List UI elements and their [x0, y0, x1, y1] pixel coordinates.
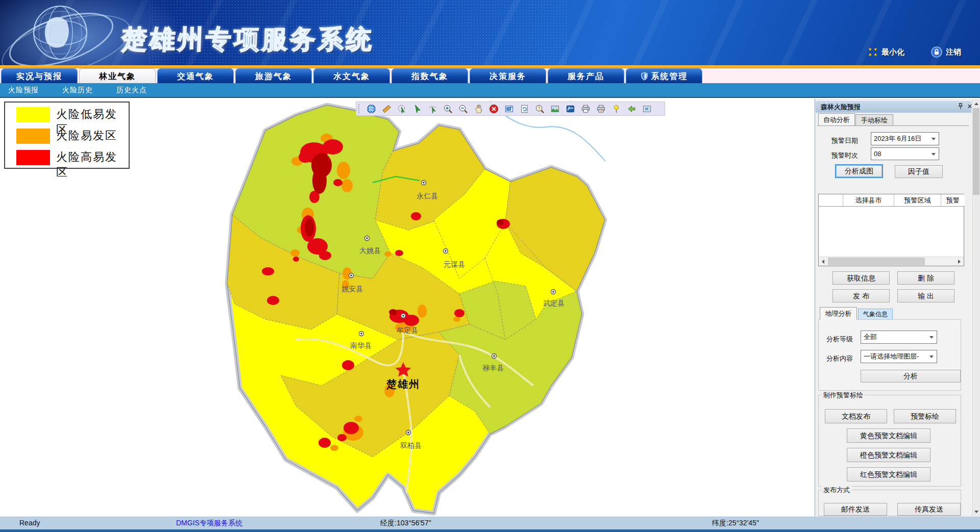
warn-date-select[interactable]: 2023年 6月16日: [871, 132, 939, 145]
mail-send-button[interactable]: 邮件发送: [824, 503, 887, 516]
fire-risk-map: 永仁县 元谋县 大姚县 姚安县 武定县 牟定县 南华县 禄丰县 双柏县 楚雄州: [219, 100, 612, 516]
scroll-up-icon[interactable]: [972, 99, 980, 108]
county-label: 姚安县: [341, 285, 363, 293]
scroll-left-icon[interactable]: [819, 257, 827, 266]
overview-map-icon[interactable]: [639, 103, 654, 115]
warn-time-value: 08: [874, 150, 881, 158]
extent-icon[interactable]: [501, 103, 517, 115]
application-window: 楚雄州专项服务系统 最小化 注销 实况与预报 林业气象 交通气象 旅游气象 水: [0, 0, 980, 532]
legend-label-high: 火险高易发区: [56, 149, 129, 180]
factor-value-button[interactable]: 因子值: [895, 165, 943, 178]
zoom-in-icon[interactable]: [440, 103, 455, 115]
list-column-region[interactable]: 预警区域: [894, 194, 941, 207]
tab-weather-info[interactable]: 气象信息: [858, 309, 893, 320]
get-info-button[interactable]: 获取信息: [832, 271, 890, 285]
tab-geo-analysis[interactable]: 地理分析: [820, 307, 857, 320]
warn-plot-button[interactable]: 预警标绘: [894, 409, 956, 423]
delete-button[interactable]: 删 除: [897, 271, 954, 285]
chevron-down-icon: [932, 138, 936, 140]
county-label: 禄丰县: [482, 364, 504, 372]
zoom-out-icon[interactable]: [455, 103, 471, 115]
chevron-down-icon: [929, 356, 934, 358]
tab-hydro-weather[interactable]: 水文气象: [313, 68, 390, 83]
select-polygon-icon[interactable]: [394, 103, 409, 115]
scroll-thumb[interactable]: [973, 108, 979, 195]
analysis-level-select[interactable]: 全部: [861, 331, 937, 344]
lock-icon: [931, 46, 942, 58]
print-preview-icon[interactable]: [593, 103, 608, 115]
list-column-level[interactable]: 预警: [941, 194, 965, 207]
status-latitude: 纬度:25°32'45": [712, 519, 759, 528]
tab-traffic-weather[interactable]: 交通气象: [157, 68, 234, 83]
subtab-fire-history[interactable]: 火险历史: [62, 83, 93, 97]
analyze-map-button[interactable]: 分析成图: [835, 164, 883, 178]
main-nav-bar: 实况与预报 林业气象 交通气象 旅游气象 水文气象 指数气象 决策服务 服务产品…: [0, 68, 980, 83]
window-bottom-edge: [0, 529, 980, 532]
county-label: 双柏县: [400, 441, 422, 449]
warn-time-label: 预警时次: [831, 151, 858, 160]
globe-icon[interactable]: [363, 103, 379, 115]
print-icon[interactable]: [578, 103, 593, 115]
back-icon[interactable]: [624, 103, 639, 115]
forest-fire-panel: 森林火险预报 ✕ 自动分析 手动标绘 预警日期 2023年 6月16日 预警时次…: [815, 99, 971, 516]
export-image-icon[interactable]: [562, 103, 578, 115]
pan-icon[interactable]: [471, 103, 486, 115]
select-arrow-icon[interactable]: [409, 103, 425, 115]
analysis-content-select[interactable]: 一请选择地理图层-: [861, 350, 937, 363]
stop-icon[interactable]: [486, 103, 501, 115]
tab-index-weather[interactable]: 指数气象: [391, 68, 468, 83]
yellow-warning-edit-button[interactable]: 黄色预警文档编辑: [847, 428, 930, 443]
list-horizontal-scrollbar[interactable]: [819, 257, 964, 266]
tab-tourism-weather[interactable]: 旅游气象: [235, 68, 312, 83]
panel-pin-icon[interactable]: [957, 103, 964, 110]
minimize-button[interactable]: 最小化: [868, 46, 904, 58]
scroll-down-icon[interactable]: [972, 508, 980, 516]
analysis-content-label: 分析内容: [826, 354, 853, 363]
subtab-history-firepoints[interactable]: 历史火点: [116, 83, 147, 97]
panel-title: 森林火险预报: [816, 101, 971, 113]
fax-send-button[interactable]: 传真发送: [897, 503, 961, 516]
tab-system-admin-label: 系统管理: [651, 72, 688, 81]
analysis-level-label: 分析等级: [826, 335, 853, 344]
map-toolbar: ?: [356, 102, 665, 116]
tab-live-forecast[interactable]: 实况与预报: [1, 68, 78, 83]
legend-swatch-medium: [16, 129, 50, 144]
publish-button[interactable]: 发 布: [832, 289, 890, 302]
orange-warning-edit-button[interactable]: 橙色预警文档编辑: [847, 448, 930, 462]
export-button[interactable]: 输 出: [897, 289, 954, 302]
analyze-button[interactable]: 分析: [861, 370, 961, 383]
refresh-icon[interactable]: [517, 103, 532, 115]
logout-button[interactable]: 注销: [931, 46, 961, 58]
tab-system-admin[interactable]: 系统管理: [626, 68, 702, 83]
tab-manual-plot[interactable]: 手动标绘: [855, 114, 893, 126]
panel-scrollbar[interactable]: [972, 99, 980, 516]
scroll-right-icon[interactable]: [955, 257, 964, 266]
list-column-county[interactable]: 选择县市: [843, 194, 894, 207]
county-label: 大姚县: [359, 246, 381, 255]
list-column-checkbox[interactable]: [819, 194, 843, 207]
toolbar-grip[interactable]: [358, 104, 360, 113]
subtab-fire-forecast[interactable]: 火险预报: [8, 83, 39, 97]
minimize-arrows-icon: [868, 47, 878, 57]
app-title: 楚雄州专项服务系统: [121, 22, 375, 57]
pin-icon[interactable]: [608, 103, 624, 115]
chevron-down-icon: [929, 336, 934, 339]
select-lasso-icon[interactable]: [425, 103, 440, 115]
red-warning-edit-button[interactable]: 红色预警文档编辑: [847, 467, 930, 482]
tab-decision-service[interactable]: 决策服务: [470, 68, 546, 83]
publish-group-title: 发布方式: [821, 486, 852, 495]
tab-forestry-weather[interactable]: 林业气象: [79, 68, 156, 83]
image-icon[interactable]: [547, 103, 562, 115]
status-system-link[interactable]: DMGIS专项服务系统: [176, 519, 242, 528]
warn-time-select[interactable]: 08: [871, 147, 939, 160]
ruler-icon[interactable]: [379, 103, 394, 115]
scroll-thumb[interactable]: [828, 258, 925, 265]
status-ready: Ready: [19, 519, 40, 527]
tab-service-products[interactable]: 服务产品: [548, 68, 624, 83]
map-canvas[interactable]: 永仁县 元谋县 大姚县 姚安县 武定县 牟定县 南华县 禄丰县 双柏县 楚雄州: [219, 100, 612, 516]
doc-publish-button[interactable]: 文档发布: [825, 409, 887, 423]
status-longitude: 经度:103°56'57": [380, 519, 431, 528]
identify-icon[interactable]: ?: [532, 103, 547, 115]
plot-group-title: 制作预警标绘: [821, 391, 865, 400]
tab-auto-analysis[interactable]: 自动分析: [818, 113, 855, 126]
